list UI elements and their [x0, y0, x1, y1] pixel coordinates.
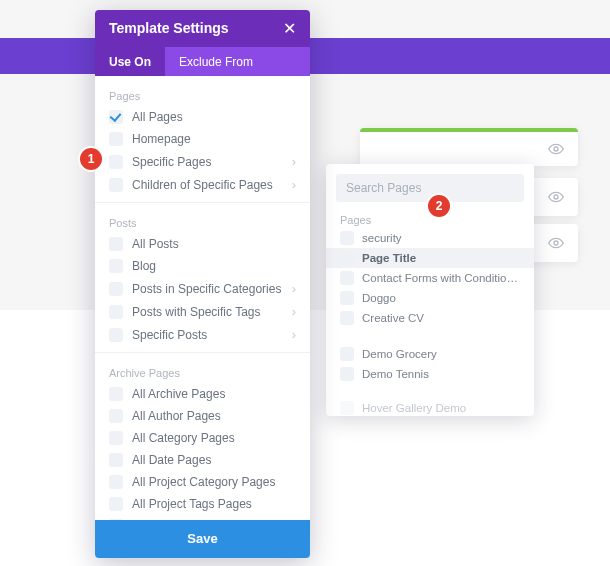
page-option-label: Hover Gallery Demo	[362, 402, 466, 414]
tab-use-on[interactable]: Use On	[95, 47, 165, 77]
section-title-posts: Posts	[95, 209, 310, 233]
row-label: Blog	[132, 259, 296, 273]
row-label: Specific Posts	[132, 328, 292, 342]
section-title-archive: Archive Pages	[95, 359, 310, 383]
row-label: All Pages	[132, 110, 296, 124]
divider	[95, 202, 310, 203]
row-specific-pages[interactable]: Specific Pages ›	[95, 150, 310, 173]
page-option-label: security	[362, 232, 402, 244]
row-label: All Posts	[132, 237, 296, 251]
row-specific-posts[interactable]: Specific Posts ›	[95, 323, 310, 346]
page-option-label: Creative CV	[362, 312, 424, 324]
page-option[interactable]: Doggo	[326, 288, 534, 308]
checkbox[interactable]	[109, 237, 123, 251]
row-label: Homepage	[132, 132, 296, 146]
checkbox[interactable]	[340, 367, 354, 381]
chevron-right-icon: ›	[292, 154, 296, 169]
spacer	[326, 328, 534, 344]
layout-card	[360, 128, 578, 166]
row-label: Posts with Specific Tags	[132, 305, 292, 319]
page-option[interactable]: Demo Tennis	[326, 364, 534, 384]
template-settings-modal: Template Settings ✕ Use On Exclude From …	[95, 10, 310, 558]
page-option[interactable]: Contact Forms with Conditional Logic	[326, 268, 534, 288]
modal-scroll[interactable]: Pages All Pages Homepage Specific Pages …	[95, 76, 310, 520]
row-all-category[interactable]: All Category Pages	[95, 427, 310, 449]
checkbox[interactable]	[340, 271, 354, 285]
row-all-pages[interactable]: All Pages	[95, 106, 310, 128]
badge-number: 2	[436, 199, 443, 213]
page-option[interactable]: Creative CV	[326, 308, 534, 328]
eye-icon[interactable]	[548, 141, 564, 157]
row-label: All Project Category Pages	[132, 475, 296, 489]
tab-label: Use On	[109, 55, 151, 69]
page-option[interactable]: Page Title	[326, 248, 534, 268]
row-posts-tags[interactable]: Posts with Specific Tags ›	[95, 300, 310, 323]
checkbox[interactable]	[109, 328, 123, 342]
checkbox[interactable]	[340, 251, 354, 265]
row-label: All Author Pages	[132, 409, 296, 423]
row-all-project-category[interactable]: All Project Category Pages	[95, 471, 310, 493]
checkbox[interactable]	[109, 178, 123, 192]
checkbox[interactable]	[109, 259, 123, 273]
checkbox[interactable]	[109, 519, 123, 520]
row-label: Specific Pages	[132, 155, 292, 169]
row-label: All Tags Pages	[132, 519, 296, 520]
row-all-date[interactable]: All Date Pages	[95, 449, 310, 471]
tab-exclude-from[interactable]: Exclude From	[165, 47, 267, 77]
eye-icon[interactable]	[548, 189, 564, 205]
checkbox[interactable]	[340, 291, 354, 305]
row-all-project-tags[interactable]: All Project Tags Pages	[95, 493, 310, 515]
checkbox[interactable]	[109, 387, 123, 401]
page-option[interactable]: Demo Grocery	[326, 344, 534, 364]
checkbox[interactable]	[109, 282, 123, 296]
checkbox[interactable]	[109, 409, 123, 423]
checkbox[interactable]	[340, 347, 354, 361]
page-option-label: Contact Forms with Conditional Logic	[362, 272, 520, 284]
row-label: Children of Specific Pages	[132, 178, 292, 192]
checkbox[interactable]	[340, 311, 354, 325]
page-option-label: Demo Tennis	[362, 368, 429, 380]
row-all-tags[interactable]: All Tags Pages	[95, 515, 310, 520]
badge-number: 1	[88, 152, 95, 166]
page-option-label: Page Title	[362, 252, 416, 264]
page-option[interactable]: security	[326, 228, 534, 248]
row-children-specific-pages[interactable]: Children of Specific Pages ›	[95, 173, 310, 196]
row-label: All Category Pages	[132, 431, 296, 445]
checkbox[interactable]	[340, 401, 354, 415]
page-option-faded[interactable]: Hover Gallery Demo	[326, 398, 534, 416]
checkbox[interactable]	[340, 231, 354, 245]
checkbox[interactable]	[109, 497, 123, 511]
eye-icon[interactable]	[548, 235, 564, 251]
section-title-pages: Pages	[95, 82, 310, 106]
checkbox[interactable]	[109, 475, 123, 489]
checkbox[interactable]	[109, 110, 123, 124]
row-homepage[interactable]: Homepage	[95, 128, 310, 150]
tab-label: Exclude From	[179, 55, 253, 69]
page-option-label: Doggo	[362, 292, 396, 304]
annotation-badge-2: 2	[428, 195, 450, 217]
chevron-right-icon: ›	[292, 304, 296, 319]
save-button-label: Save	[187, 531, 217, 546]
row-label: All Date Pages	[132, 453, 296, 467]
row-label: All Archive Pages	[132, 387, 296, 401]
checkbox[interactable]	[109, 305, 123, 319]
search-input[interactable]	[346, 181, 514, 195]
divider	[95, 352, 310, 353]
checkbox[interactable]	[109, 431, 123, 445]
row-label: Posts in Specific Categories	[132, 282, 292, 296]
row-all-archive[interactable]: All Archive Pages	[95, 383, 310, 405]
checkbox[interactable]	[109, 453, 123, 467]
checkbox[interactable]	[109, 155, 123, 169]
modal-tabs: Use On Exclude From	[95, 47, 310, 77]
save-button[interactable]: Save	[95, 520, 310, 558]
modal-title: Template Settings	[109, 20, 229, 36]
row-all-author[interactable]: All Author Pages	[95, 405, 310, 427]
row-all-posts[interactable]: All Posts	[95, 233, 310, 255]
close-icon[interactable]: ✕	[283, 19, 296, 38]
checkbox[interactable]	[109, 132, 123, 146]
svg-point-1	[554, 195, 558, 199]
svg-point-0	[554, 147, 558, 151]
row-posts-categories[interactable]: Posts in Specific Categories ›	[95, 277, 310, 300]
row-blog[interactable]: Blog	[95, 255, 310, 277]
page-option-label: Demo Grocery	[362, 348, 437, 360]
